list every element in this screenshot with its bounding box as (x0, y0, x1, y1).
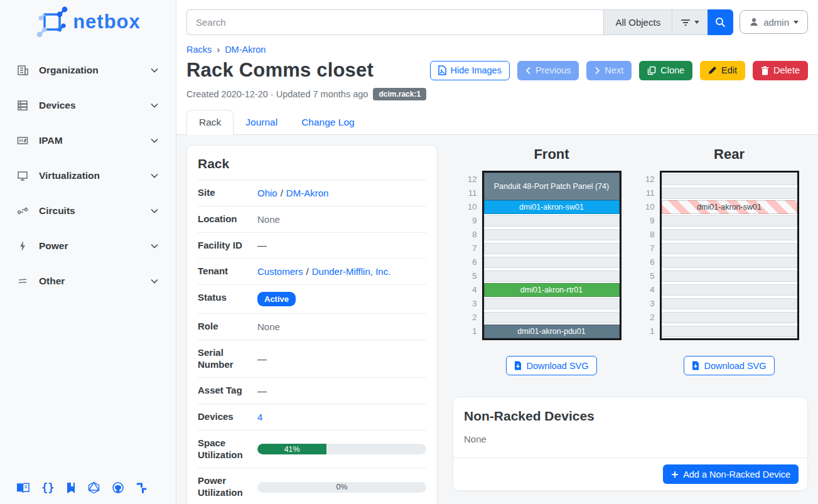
empty-rack-slot[interactable] (484, 269, 620, 283)
chevron-right-icon (595, 67, 600, 75)
chevron-down-icon (148, 205, 161, 217)
rack-info-table: Site Ohio / DM-Akron Location None Facil… (198, 180, 426, 504)
graphql-icon[interactable] (88, 481, 100, 494)
download-svg-front-button[interactable]: Download SVG (506, 356, 596, 375)
empty-rack-slot[interactable] (484, 214, 620, 228)
empty-slot-face (662, 188, 797, 199)
sidebar-item-label: Organization (39, 65, 148, 76)
front-elevation-title: Front (462, 146, 622, 163)
delete-button[interactable]: Delete (753, 61, 808, 80)
role-value: None (257, 321, 426, 333)
search-filter-button[interactable] (672, 9, 708, 35)
slack-icon[interactable] (136, 482, 148, 494)
devices-count-link[interactable]: 4 (257, 412, 262, 422)
asset-tag-value: — (257, 385, 426, 397)
value-separator: / (281, 188, 283, 198)
user-menu-button[interactable]: admin (740, 10, 808, 34)
plus-icon (671, 471, 679, 478)
breadcrumb-link-site[interactable]: DM-Akron (225, 45, 266, 55)
tab-journal[interactable]: Journal (234, 110, 289, 134)
chevron-down-icon (148, 169, 161, 182)
breadcrumb-separator: › (217, 45, 220, 55)
site-link[interactable]: DM-Akron (286, 188, 329, 198)
empty-rack-slot[interactable] (662, 173, 797, 186)
table-row-facility-id: Facility ID — (198, 232, 426, 259)
search-scope-button[interactable]: All Objects (603, 9, 672, 35)
sidebar-nav: Organization Devices (0, 53, 176, 299)
unit-label: 6 (640, 255, 655, 269)
sidebar-item-ipam[interactable]: IPAM (0, 123, 176, 158)
empty-rack-slot[interactable] (662, 186, 797, 200)
empty-rack-slot[interactable] (662, 228, 797, 242)
rack-device[interactable]: dmi01-akron-sw01 (484, 200, 620, 214)
tenant-link[interactable]: Dunder-Mifflin, Inc. (312, 266, 391, 277)
next-button[interactable]: Next (586, 61, 632, 80)
download-svg-rear-button[interactable]: Download SVG (684, 356, 774, 375)
unit-label: 3 (640, 297, 655, 311)
github-icon[interactable] (112, 481, 124, 494)
search-input[interactable] (186, 9, 603, 35)
empty-rack-slot[interactable] (662, 255, 797, 269)
empty-rack-slot[interactable] (484, 297, 620, 311)
previous-button[interactable]: Previous (517, 61, 579, 80)
rack-device[interactable]: dmi01-akron-rtr01 (484, 283, 620, 297)
api-docs-bookmark-icon[interactable] (66, 482, 76, 494)
facility-id-value: — (257, 240, 426, 252)
sidebar-item-other[interactable]: Other (0, 264, 176, 299)
rest-api-braces-icon[interactable]: {} (41, 481, 54, 494)
empty-rack-slot[interactable] (484, 242, 620, 255)
empty-slot-face (662, 312, 797, 323)
netbox-logo[interactable]: netbox (0, 0, 176, 46)
sidebar-item-organization[interactable]: Organization (0, 53, 176, 88)
search-submit-button[interactable] (708, 9, 733, 35)
empty-rack-slot[interactable] (662, 311, 797, 324)
sidebar-item-circuits[interactable]: Circuits (0, 193, 176, 228)
rack-device[interactable]: dmi01-akron-sw01 (662, 200, 797, 214)
table-row-role: Role None (198, 313, 426, 340)
empty-rack-slot[interactable] (662, 324, 797, 338)
transit-icon (15, 204, 30, 218)
front-rack-box: Panduit 48-Port Patch Panel (74)dmi01-ak… (482, 171, 622, 340)
clone-button[interactable]: Clone (639, 61, 692, 80)
sidebar-item-power[interactable]: Power (0, 228, 176, 264)
edit-button[interactable]: Edit (700, 61, 745, 80)
hide-images-button[interactable]: Hide Images (430, 61, 510, 80)
unit-label: 9 (462, 214, 477, 228)
unit-number-column: 121110987654321 (640, 171, 655, 340)
tenant-group-link[interactable]: Customers (257, 266, 303, 277)
empty-rack-slot[interactable] (662, 269, 797, 283)
space-utilization-bar: 41% (257, 444, 426, 454)
netbox-logo-icon (35, 6, 69, 38)
sidebar-item-devices[interactable]: Devices (0, 88, 176, 123)
rack-device[interactable]: Panduit 48-Port Patch Panel (74) (484, 173, 620, 200)
empty-rack-slot[interactable] (484, 311, 620, 324)
chevron-down-icon (148, 240, 161, 252)
netbox-wordmark: netbox (73, 11, 141, 33)
site-group-link[interactable]: Ohio (257, 188, 277, 198)
empty-rack-slot[interactable] (662, 297, 797, 311)
empty-rack-slot[interactable] (484, 255, 620, 269)
empty-rack-slot[interactable] (662, 214, 797, 228)
table-row-site: Site Ohio / DM-Akron (198, 180, 426, 206)
unit-label: 11 (462, 186, 477, 200)
copy-icon (647, 66, 656, 75)
empty-rack-slot[interactable] (662, 242, 797, 255)
tab-rack[interactable]: Rack (186, 110, 234, 135)
sidebar-item-label: Virtualization (39, 170, 148, 181)
meta-row: Created 2020-12-20 · Updated 7 months ag… (176, 82, 818, 100)
empty-slot-face (662, 271, 797, 282)
rack-device[interactable]: dmi01-akron-pdu01 (484, 324, 620, 338)
empty-rack-slot[interactable] (662, 283, 797, 297)
chevron-down-icon (148, 99, 161, 112)
breadcrumb-link-racks[interactable]: Racks (186, 45, 212, 55)
empty-rack-slot[interactable] (484, 228, 620, 242)
sidebar-item-virtualization[interactable]: Virtualization (0, 158, 176, 193)
space-progress-fill: 41% (257, 444, 326, 454)
tab-change-log[interactable]: Change Log (289, 110, 366, 134)
unit-number-column: 121110987654321 (462, 171, 477, 340)
breadcrumb: Racks › DM-Akron (176, 35, 818, 55)
chevron-down-icon (148, 64, 161, 77)
add-non-racked-device-button[interactable]: Add a Non-Racked Device (663, 464, 799, 484)
rear-elevation: Rear 121110987654321 dmi01-akron-sw01 (640, 145, 799, 375)
docs-book-icon[interactable] (16, 482, 30, 493)
